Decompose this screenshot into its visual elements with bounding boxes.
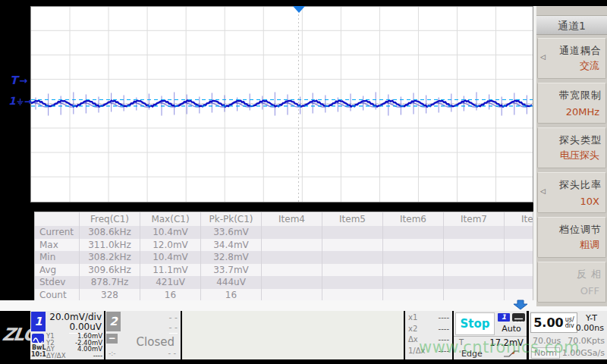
display-mode: Y-T [586,313,597,323]
channel2-status-block[interactable]: 2 - - - - − Closed -:- - - [105,311,181,359]
table-cell [382,289,443,301]
trigger-coupling-icon [512,313,525,322]
readout-label: x2 [408,324,417,335]
menu-item-1[interactable]: ◁通道耦合交流 [537,38,606,79]
menu-item-label: 探头类型 [559,133,602,147]
table-row: Current308.6kHz10.4mV33.6mV [35,226,533,239]
channel2-minus-badge: − [106,334,118,344]
cursor-y-row: ΔY/ΔX---- [46,353,102,359]
scroll-down-arrow-icon[interactable] [512,298,529,310]
table-cell [382,264,443,277]
menu-item-4[interactable]: ◁探头比率10X [537,172,606,213]
menu-item-value: 交流 [580,59,599,73]
channel2-state: Closed [137,335,175,349]
table-cell: 10.4mV [140,226,200,239]
collapse-arrow-icon: ◁ [540,53,546,61]
trigger-level-label: T [10,74,17,87]
channel1-status-block[interactable]: 1 20.0mV/div 0.00uV BwL 10:1 Y11.60mVY2-… [30,311,104,359]
menu-item-3[interactable]: 探头类型电压探头 [537,127,606,168]
measurement-table: Freq(C1)Max(C1)Pk-Pk(C1)Item4Item5Item6I… [34,212,533,301]
oscilloscope-screen: T→ 1 → Freq(C1)Max(C1)Pk-Pk(C1)Item4Item… [0,0,607,364]
channel-menu: 通道1 ◁通道耦合交流带宽限制20MHz探头类型电压探头◁探头比率10X档位调节… [536,6,607,306]
table-row-label: Min [35,251,79,264]
right-arrow-icon: → [19,75,27,86]
menu-item-value: OFF [580,285,599,297]
channel2-badge: 2 [106,312,121,331]
table-scroll-strip [0,300,607,311]
table-cell: 308.6kHz [79,226,140,239]
table-header-cell: Freq(C1) [79,212,140,226]
table-cell: 12.0mV [140,239,200,252]
trigger-source-badge: 1 [498,313,510,322]
collapse-arrow-icon: ◁ [540,187,546,195]
table-row: Count3281616 [35,289,533,301]
channel2-offset: - - [169,322,178,334]
table-cell: 878.7Hz [79,276,140,289]
table-cell [382,276,443,289]
trigger-mode: Auto [498,324,525,334]
table-cell [322,226,382,239]
table-cell: 444uV [200,276,261,289]
menu-item-2[interactable]: 带宽限制20MHz [537,83,606,124]
table-row: Stdev878.7Hz421uV444uV [35,276,533,289]
table-row-label: Count [35,289,79,301]
readout-label: Δx [408,334,418,346]
table-cell: 16 [140,289,200,301]
probe-ratio-indicator: 10:1 [31,351,46,358]
table-cell: 16 [200,289,261,301]
table-cell [261,251,322,264]
menu-item-label: 档位调节 [559,223,602,237]
table-cell: 34.4mV [200,239,261,252]
readout-label: x1 [408,312,417,324]
trigger-delay: 0.00ns [576,323,604,333]
table-cell [443,226,504,239]
table-cell [504,276,533,289]
menu-item-label: 反 相 [577,268,602,281]
channel1-cursor-readout: Y11.60mVY2-2.40mVΔY4.00mVΔY/ΔX---- [46,333,102,359]
table-cell [261,226,322,239]
table-header-cell: Item5 [322,212,382,226]
menu-item-label: 探头比率 [559,178,602,192]
table-row-label: Current [35,226,79,239]
channel1-scale: 20.0mV/div [49,312,102,322]
channel2-scale: - - [169,312,178,322]
timebase-scale: 5.00 [533,315,563,330]
table-cell [443,239,504,252]
readout-value: ---- [93,353,102,359]
table-cell [322,251,382,264]
table-cell: 10.4mV [140,251,200,264]
table-cell [382,239,443,252]
table-cell [261,239,322,252]
timebase-scale-box[interactable]: 5.00 us/div [530,312,577,333]
channel2-bottom-left: -:- [109,350,116,357]
waveform-display [30,6,533,202]
table-row: Avg309.6kHz11.1mV33.7mV [35,264,533,277]
menu-item-value: 20MHz [566,106,599,118]
menu-item-5[interactable]: 档位调节粗调 [537,217,606,258]
run-state-indicator[interactable]: Stop [455,312,495,335]
ac-coupling-icon [32,334,44,343]
menu-item-6: 反 相OFF [537,262,606,303]
table-cell: 32.8mV [200,251,261,264]
menu-title: 通道1 [536,15,607,35]
table-cell: 421uV [140,276,200,289]
table-row-label: Avg [35,264,79,277]
watermark: www.cntronics.com [419,338,580,356]
cursor-x-row: x1---- [408,312,449,324]
menu-item-label: 带宽限制 [559,89,602,102]
waveform-plot [31,7,533,202]
table-cell: 328 [79,289,140,301]
readout-value: ---- [439,324,449,335]
cursor-x-row: x2---- [408,324,449,335]
table-header-cell: Item8 [504,212,533,226]
table-cell [504,239,533,252]
trigger-position-marker-icon[interactable] [293,6,305,13]
menu-item-value: 电压探头 [560,149,599,162]
table-cell: 33.7mV [200,264,261,277]
channel1-marker-label: 1 [8,95,16,107]
table-cell: 11.1mV [140,264,200,277]
channel1-ground-marker[interactable]: 1 → [8,95,32,107]
channel2-bottom-right: - - [168,349,176,357]
trigger-level-marker[interactable]: T→ [10,74,27,87]
table-row: Min308.2kHz10.4mV32.8mV [35,251,533,264]
